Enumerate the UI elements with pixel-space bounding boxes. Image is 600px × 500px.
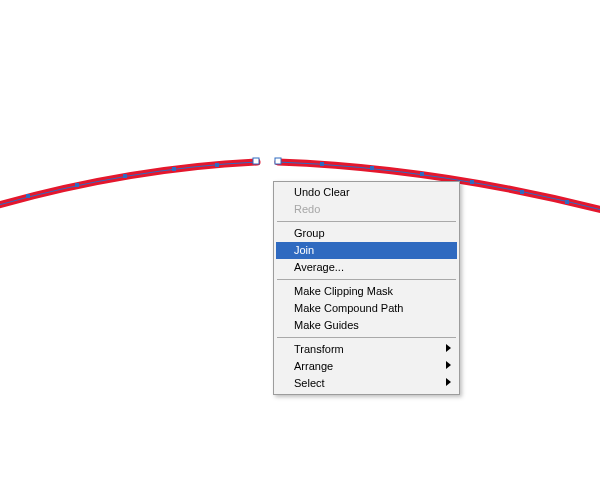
menu-redo: Redo	[276, 201, 457, 218]
menu-make-guides[interactable]: Make Guides	[276, 317, 457, 334]
submenu-arrow-icon	[446, 378, 451, 386]
menu-group[interactable]: Group	[276, 225, 457, 242]
menu-separator	[277, 221, 456, 222]
menu-arrange-label: Arrange	[294, 360, 333, 372]
svg-rect-7	[420, 172, 424, 176]
svg-rect-11	[253, 158, 259, 164]
svg-rect-1	[75, 183, 79, 187]
svg-rect-3	[172, 167, 176, 171]
menu-select[interactable]: Select	[276, 375, 457, 392]
menu-make-clipping-mask[interactable]: Make Clipping Mask	[276, 283, 457, 300]
menu-transform-label: Transform	[294, 343, 344, 355]
svg-rect-10	[565, 200, 569, 204]
menu-average[interactable]: Average...	[276, 259, 457, 276]
menu-select-label: Select	[294, 377, 325, 389]
svg-rect-12	[275, 158, 281, 164]
menu-arrange[interactable]: Arrange	[276, 358, 457, 375]
svg-rect-9	[520, 190, 524, 194]
svg-rect-2	[123, 174, 127, 178]
svg-rect-4	[215, 163, 219, 167]
submenu-arrow-icon	[446, 344, 451, 352]
menu-transform[interactable]: Transform	[276, 341, 457, 358]
path-left-selection	[0, 162, 257, 206]
context-menu: Undo Clear Redo Group Join Average... Ma…	[273, 181, 460, 395]
menu-separator	[277, 279, 456, 280]
selected-anchors[interactable]	[253, 158, 281, 164]
menu-separator	[277, 337, 456, 338]
menu-join[interactable]: Join	[276, 242, 457, 259]
svg-rect-0	[26, 194, 30, 198]
path-left-stroke	[0, 162, 257, 206]
submenu-arrow-icon	[446, 361, 451, 369]
svg-rect-8	[470, 180, 474, 184]
svg-rect-6	[370, 166, 374, 170]
menu-make-compound-path[interactable]: Make Compound Path	[276, 300, 457, 317]
menu-undo[interactable]: Undo Clear	[276, 184, 457, 201]
svg-rect-5	[320, 162, 324, 166]
